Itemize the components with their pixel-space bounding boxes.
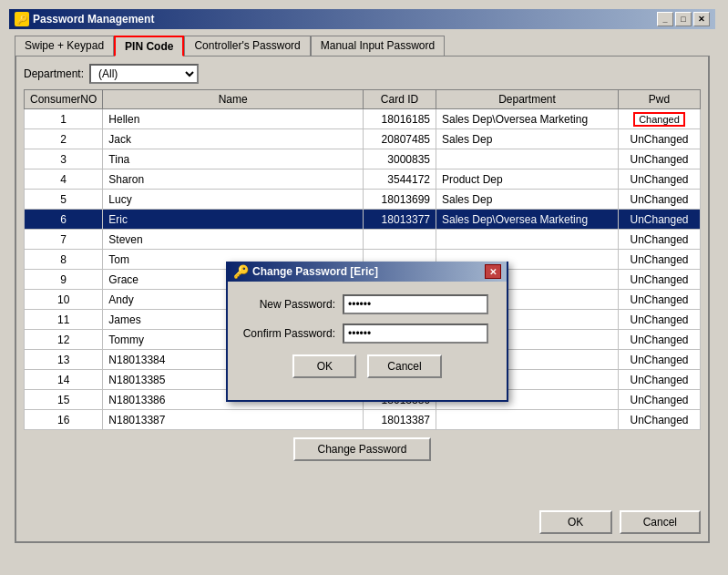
dialog-content: New Password: Confirm Password: OK Cance… — [228, 282, 507, 400]
tab-bar: Swipe + Keypad PIN Code Controller's Pas… — [15, 35, 710, 56]
tab-swipe-keypad[interactable]: Swipe + Keypad — [15, 36, 114, 56]
maximize-button[interactable]: □ — [675, 12, 692, 26]
main-window: 🔑 Password Management _ □ ✕ Swipe + Keyp… — [9, 9, 715, 549]
tab-content: Department: (All) ConsumerNO Name Card I… — [15, 56, 710, 543]
title-bar: 🔑 Password Management _ □ ✕ — [9, 9, 715, 29]
new-password-field: New Password: — [242, 294, 492, 314]
title-bar-left: 🔑 Password Management — [15, 12, 154, 26]
window-content: Swipe + Keypad PIN Code Controller's Pas… — [9, 29, 715, 549]
window-close-button[interactable]: ✕ — [693, 12, 710, 26]
tab-controllers-password[interactable]: Controller's Password — [184, 36, 310, 56]
confirm-password-label: Confirm Password: — [242, 327, 343, 340]
tab-manual-input-password[interactable]: Manual Input Password — [311, 36, 445, 56]
dialog-title-text: Change Password [Eric] — [252, 265, 378, 278]
dialog-icon: 🔑 — [233, 264, 249, 279]
change-password-dialog: 🔑 Change Password [Eric] ✕ New Password:… — [226, 262, 508, 402]
new-password-input[interactable] — [343, 294, 488, 314]
minimize-button[interactable]: _ — [657, 12, 673, 26]
dialog-close-button[interactable]: ✕ — [485, 264, 501, 279]
window-title: Password Management — [33, 13, 154, 26]
dialog-cancel-button[interactable]: Cancel — [367, 354, 441, 378]
new-password-label: New Password: — [242, 298, 343, 311]
dialog-buttons: OK Cancel — [242, 354, 492, 387]
dialog-title-content: 🔑 Change Password [Eric] — [233, 264, 378, 279]
modal-overlay: 🔑 Change Password [Eric] ✕ New Password:… — [16, 56, 708, 541]
tab-pin-code[interactable]: PIN Code — [114, 36, 184, 56]
window-icon: 🔑 — [15, 12, 29, 26]
title-bar-controls: _ □ ✕ — [657, 12, 710, 26]
confirm-password-input[interactable] — [343, 323, 488, 344]
dialog-ok-button[interactable]: OK — [292, 354, 356, 378]
confirm-password-field: Confirm Password: — [242, 323, 492, 344]
dialog-title-bar: 🔑 Change Password [Eric] ✕ — [228, 262, 507, 282]
